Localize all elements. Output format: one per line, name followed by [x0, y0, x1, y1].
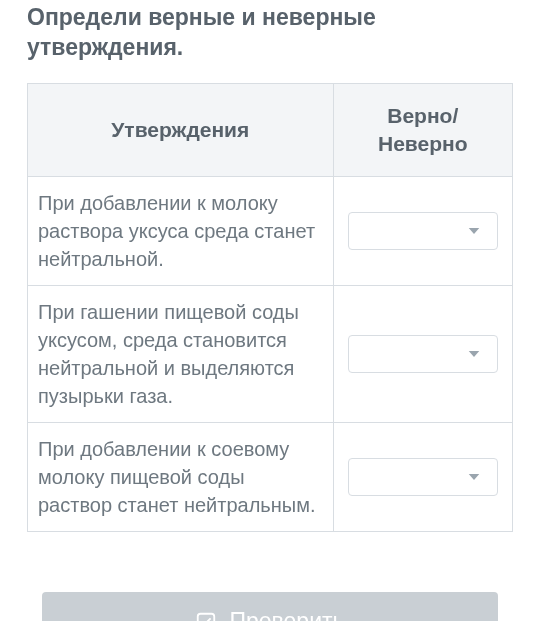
- statement-text: При гашении пищевой соды уксусом, среда …: [28, 286, 334, 423]
- table-row: При добавлении к молоку раствора уксуса …: [28, 177, 513, 286]
- chevron-down-icon: [465, 222, 483, 240]
- col-header-truefalse-l1: Верно/: [387, 104, 458, 127]
- chevron-down-icon: [465, 468, 483, 486]
- truefalse-select[interactable]: [348, 458, 498, 496]
- truefalse-select[interactable]: [348, 212, 498, 250]
- check-button[interactable]: Проверить: [42, 592, 498, 621]
- table-row: При гашении пищевой соды уксусом, среда …: [28, 286, 513, 423]
- check-icon: [195, 611, 217, 621]
- col-header-truefalse-l2: Неверно: [378, 132, 468, 155]
- col-header-statement: Утверждения: [28, 83, 334, 177]
- table-row: При добавлении к соевому молоку пищевой …: [28, 423, 513, 532]
- statement-text: При добавлении к молоку раствора уксуса …: [28, 177, 334, 286]
- task-heading: Определи верные и неверные утверждения.: [27, 0, 513, 63]
- svg-rect-0: [198, 614, 215, 621]
- statement-text: При добавлении к соевому молоку пищевой …: [28, 423, 334, 532]
- col-header-truefalse: Верно/ Неверно: [333, 83, 512, 177]
- chevron-down-icon: [465, 345, 483, 363]
- check-button-label: Проверить: [229, 608, 344, 621]
- truefalse-select[interactable]: [348, 335, 498, 373]
- statements-table: Утверждения Верно/ Неверно При добавлени…: [27, 83, 513, 533]
